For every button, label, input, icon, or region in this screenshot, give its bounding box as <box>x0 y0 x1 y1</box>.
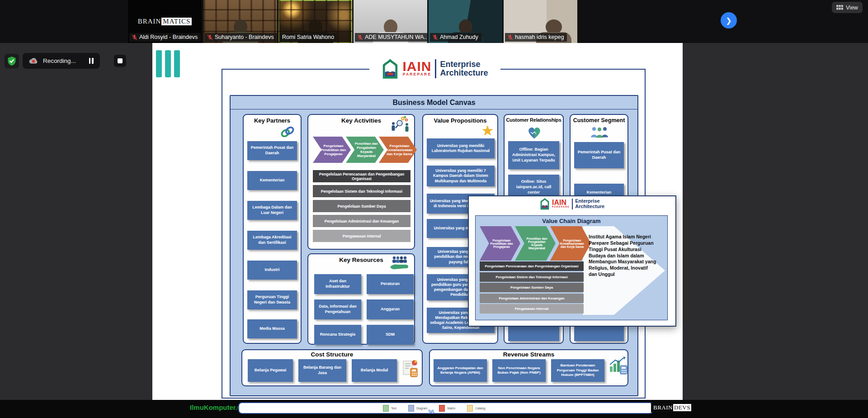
shield-check-icon <box>7 56 16 66</box>
participant-tile-romi-active-speaker[interactable]: Romi Satria Wahono <box>278 0 352 43</box>
brainmatics-brain: BRAIN <box>138 18 161 25</box>
security-shield-chip[interactable] <box>5 54 19 68</box>
chain-link-icon <box>280 126 295 138</box>
value-chain-bar: Pengelolaan Sistem dan Teknologi Informa… <box>480 272 584 282</box>
legend-label: Diagram <box>416 407 428 410</box>
value-proposition-item: Universitas yang memiliki 7 Kampus Daera… <box>427 166 495 186</box>
cost-calculator-icon <box>401 358 419 378</box>
logo-title-line1: Enterprise <box>440 60 488 69</box>
column-title: Customer Relationships <box>505 117 563 123</box>
activity-bar: Pengelolaan Perencanaan dan Pengembangan… <box>313 170 410 182</box>
activity-bar: Pengawasan Internal <box>313 230 410 242</box>
participant-name: hasmah idris kepeg <box>515 34 564 40</box>
activity-bars: Pengelolaan Perencanaan dan Pengembangan… <box>313 170 410 242</box>
video-strip: BRAINMATICS Aldi Rosyid - Braindevs Suha… <box>0 0 868 43</box>
value-chain-overlay-window: IAIN PAREPARE Enterprise Architecture Va… <box>468 195 676 327</box>
iain-ea-logo: IAIN PAREPARE Enterprise Architecture <box>369 56 500 82</box>
column-key-partners: Key Partners Pemerintah Pusat dan Daerah… <box>243 114 302 344</box>
legend-swatch-matrix <box>439 405 445 412</box>
mic-muted-icon <box>507 34 513 40</box>
legend-swatch-diagram <box>408 405 414 412</box>
pause-recording-button[interactable] <box>89 58 94 64</box>
presentation-slide: IAIN PAREPARE Enterprise Architecture Bu… <box>152 43 683 400</box>
value-chain-chevron: Pengelolaan Kemahasiswaan dan Kerja Sama <box>550 226 591 261</box>
key-partner-item: Kementerian <box>247 171 297 190</box>
activity-bar: Pengelolaan Sumber Daya <box>313 200 410 212</box>
participant-tile-ahmad[interactable]: Ahmad Zuhudy <box>429 0 502 43</box>
revenue-item: Anggaran Pendapatan dan Belanja Negara (… <box>434 359 487 382</box>
column-cost-structure: Cost Structure Belanja Pegawai Belanja B… <box>241 349 423 386</box>
value-chain-chevron: Pengelolaan Pendidikan dan Pengajaran <box>480 226 520 261</box>
resource-item: Aset dan Infrastruktur <box>314 274 361 294</box>
logo-acronym: IAIN <box>402 61 431 72</box>
braindevs-devs: DEVS <box>673 404 691 411</box>
chevron-right-icon: ❯ <box>726 16 731 25</box>
legend-strip: Text Diagram Matrix Catalog <box>238 402 653 414</box>
participant-name-label: hasmah idris kepeg <box>505 33 567 42</box>
footer-band: IlmuKomputer.C Text Diagram Matrix Catal… <box>0 400 868 418</box>
column-title: Key Partners <box>244 117 301 124</box>
bmc-title: Business Model Canvas <box>231 96 637 109</box>
participant-name-label: Aldi Rosyid - Braindevs <box>129 33 201 42</box>
legend-label: Catalog <box>475 407 485 410</box>
legend-item: Catalog <box>467 405 485 412</box>
view-button[interactable]: View <box>832 2 863 13</box>
braindevs-logo: BRAINDEVS <box>651 403 693 412</box>
next-participants-button[interactable]: ❯ <box>721 12 737 28</box>
legend-item: Matrix <box>439 405 455 412</box>
participant-tile-hasmah[interactable]: hasmah idris kepeg <box>504 0 577 43</box>
cost-item: Belanja Barang dan Jasa <box>298 359 346 382</box>
value-chain-bar: Pengawasan Internal <box>480 304 584 314</box>
people-gears-icon <box>390 116 410 132</box>
overlay-iain-ea-logo: IAIN PAREPARE Enterprise Architecture <box>469 198 675 210</box>
value-chain-panel: Value Chain Diagram Pengelolaan Pendidik… <box>475 215 668 320</box>
value-chain-bar: Pengelolaan Sumber Daya <box>480 283 584 292</box>
legend-label: Text <box>391 407 396 410</box>
cost-item: Belanja Modal <box>352 359 397 382</box>
page-number: 36 <box>428 408 434 415</box>
participant-name-label: Romi Satria Wahono <box>280 33 337 42</box>
key-partner-item: Lembaga Dalam dan Luar Negeri <box>247 201 297 220</box>
hand-people-icon <box>389 255 410 271</box>
brainmatics-matics: MATICS <box>161 18 192 25</box>
key-partner-item: Perguruan Tinggi Negeri dan Swasta <box>247 290 297 309</box>
resource-item: Rencana Strategis <box>314 325 361 345</box>
column-key-resources: Key Resources Aset dan Infrastruktur Per… <box>307 253 415 345</box>
participant-name-label: Suharyanto - Braindevs <box>205 33 277 42</box>
resource-item: Data, Informasi dan Pengetahuan <box>314 299 361 319</box>
logo-city: PAREPARE <box>402 72 431 76</box>
activity-chevron: Pengelolaan Pendidikan dan Pengajaran <box>313 137 351 163</box>
teal-bars-decoration <box>156 50 180 77</box>
participant-name: Suharyanto - Braindevs <box>215 34 274 40</box>
column-title: Cost Structure <box>242 351 422 358</box>
resource-item: Anggaran <box>367 299 414 319</box>
key-partner-item: Pemerintah Pusat dan Daerah <box>247 141 297 160</box>
iain-emblem-icon <box>382 58 399 79</box>
legend-swatch-text <box>383 405 389 412</box>
legend-item: Text <box>383 405 396 412</box>
resource-item: SDM <box>367 325 414 345</box>
key-partner-item: Media Massa <box>247 319 297 338</box>
column-title: Revenue Streams <box>430 351 627 358</box>
vision-text: Institut Agama Islam Negeri Parepare Seb… <box>589 234 656 278</box>
stop-recording-button[interactable] <box>114 55 126 67</box>
revenue-chart-icon <box>608 356 628 375</box>
recording-cloud-icon <box>28 57 39 65</box>
mic-muted-icon <box>207 34 213 40</box>
participant-tile-ade[interactable]: ADE MUSYTAHUN WA... <box>354 0 427 43</box>
participant-tile-suharyanto[interactable]: Suharyanto - Braindevs <box>203 0 277 43</box>
participant-name: Ahmad Zuhudy <box>440 34 478 40</box>
logo-city: PAREPARE <box>552 205 570 208</box>
legend-swatch-catalog <box>467 405 473 412</box>
participant-name: Romi Satria Wahono <box>282 34 334 40</box>
participant-tile-aldi[interactable]: BRAINMATICS Aldi Rosyid - Braindevs <box>128 0 202 43</box>
stop-icon <box>118 58 123 63</box>
mic-muted-icon <box>132 34 137 40</box>
people-group-icon <box>590 126 609 139</box>
recording-status-label: Recording... <box>43 57 76 64</box>
value-chain-bar: Pengelolaan Perencanaan dan Pengembangan… <box>480 261 584 271</box>
activity-chevrons: Pengelolaan Pendidikan dan Pengajaran Pe… <box>313 137 417 163</box>
logo-acronym: IAIN <box>552 200 570 205</box>
logo-title-line1: Enterprise <box>575 199 604 204</box>
logo-title-line2: Architecture <box>440 69 488 77</box>
